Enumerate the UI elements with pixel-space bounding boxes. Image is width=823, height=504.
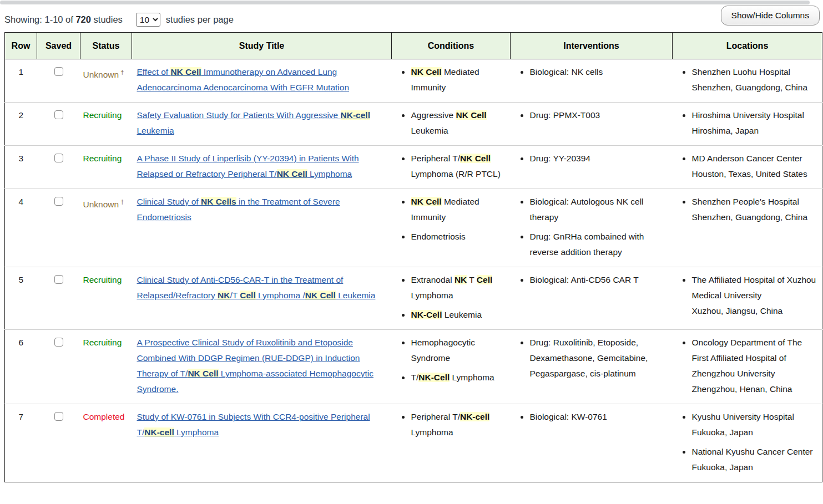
study-title-link[interactable]: Effect of NK Cell Immunotherapy on Advan… (137, 67, 350, 92)
save-study-checkbox[interactable] (54, 197, 63, 206)
location-place: Xuzhou, Jiangsu, China (692, 303, 818, 319)
intervention-item: Biological: Anti-CD56 CAR T (529, 272, 668, 288)
save-study-checkbox[interactable] (54, 154, 63, 162)
location-place: Houston, Texas, United States (692, 166, 818, 182)
studies-per-page-select[interactable]: 10 (136, 13, 160, 27)
row-number: 4 (5, 189, 37, 267)
search-term-highlight: NK Cell (170, 67, 201, 77)
conditions-cell: Aggressive NK Cell Leukemia (392, 103, 511, 146)
conditions-cell: Extranodal NK T Cell LymphomaNK-Cell Leu… (392, 267, 511, 330)
save-study-checkbox[interactable] (54, 412, 63, 421)
conditions-list: Hemophagocytic SyndromeT/NK-Cell Lymphom… (396, 335, 506, 385)
status-cell: Unknown† (80, 189, 132, 267)
study-title-link[interactable]: A Phase II Study of Linperlisib (YY-2039… (137, 154, 359, 179)
studies-table: Row Saved Status Study Title Conditions … (4, 32, 822, 482)
search-term-highlight: NK Cells (201, 197, 236, 206)
header-row: Row (5, 33, 37, 59)
study-row: 7 Completed Study of KW-0761 in Subjects… (5, 404, 822, 482)
status-label: Unknown† (83, 200, 124, 209)
locations-list: MD Anderson Cancer CenterHouston, Texas,… (677, 151, 818, 182)
study-title-cell: Study of KW-0761 in Subjects With CCR4-p… (132, 404, 392, 482)
condition-item: T/NK-Cell Lymphoma (411, 370, 506, 385)
saved-cell (37, 330, 80, 404)
study-title-cell: Safety Evaluation Study for Patients Wit… (132, 103, 392, 146)
condition-item: Peripheral T/NK-cell Lymphoma (411, 409, 506, 440)
save-study-checkbox[interactable] (54, 110, 63, 119)
interventions-list: Biological: KW-0761 (515, 409, 668, 425)
conditions-list: NK Cell Mediated Immunity (396, 64, 506, 95)
conditions-list: Peripheral T/NK-cell Lymphoma (396, 409, 506, 440)
condition-item: NK-Cell Leukemia (411, 307, 506, 323)
search-term-highlight: NK-cell (460, 412, 489, 421)
study-title-link[interactable]: A Prospective Clinical Study of Ruxoliti… (137, 338, 373, 394)
location-facility: Shenzhen Luohu Hospital (692, 64, 818, 80)
study-title-link[interactable]: Safety Evaluation Study for Patients Wit… (137, 110, 370, 135)
study-title-cell: Clinical Study of Anti-CD56-CAR-T in the… (132, 267, 392, 330)
status-cell: Recruiting (80, 103, 132, 146)
locations-cell: Kyushu University HospitalFukuoka, Japan… (673, 404, 822, 482)
header-conditions: Conditions (392, 33, 511, 59)
study-title-link[interactable]: Clinical Study of NK Cells in the Treatm… (137, 197, 340, 222)
study-row: 2 Recruiting Safety Evaluation Study for… (5, 103, 822, 146)
study-row: 4 Unknown† Clinical Study of NK Cells in… (5, 189, 822, 267)
location-place: Shenzhen, Guangdong, China (692, 210, 818, 225)
locations-list: Kyushu University HospitalFukuoka, Japan… (677, 409, 818, 475)
header-status: Status (80, 33, 132, 59)
study-title-link[interactable]: Clinical Study of Anti-CD56-CAR-T in the… (137, 275, 376, 300)
status-cell: Completed (80, 404, 132, 482)
row-number: 2 (5, 103, 37, 146)
search-term-highlight: NK Cell (188, 369, 218, 378)
location-place: Fukuoka, Japan (692, 460, 818, 475)
location-facility: The Affiliated Hospital of Xuzhou Medica… (692, 272, 818, 303)
study-title-cell: A Prospective Clinical Study of Ruxoliti… (132, 330, 392, 404)
interventions-list: Biological: Anti-CD56 CAR T (515, 272, 668, 288)
search-term-highlight: NK Cell (456, 110, 486, 120)
conditions-list: Peripheral T/NK Cell Lymphoma (R/R PTCL) (396, 151, 506, 182)
search-term-highlight: NK Cell (460, 154, 491, 163)
interventions-list: Drug: Ruxolitinib, Etoposide, Dexamethas… (515, 335, 668, 381)
interventions-list: Drug: PPMX-T003 (515, 108, 668, 123)
status-cell: Unknown† (80, 59, 132, 103)
locations-cell: Shenzhen Luohu HospitalShenzhen, Guangdo… (673, 59, 822, 103)
search-term-highlight: NK-Cell (411, 310, 442, 319)
save-study-checkbox[interactable] (54, 67, 63, 76)
save-study-checkbox[interactable] (54, 275, 63, 284)
table-header: Row Saved Status Study Title Conditions … (5, 33, 822, 59)
location-place: Zhengzhou, Henan, China (692, 381, 818, 397)
locations-cell: Hiroshima University HospitalHiroshima, … (673, 103, 822, 146)
interventions-cell: Biological: Autologous NK cell therapyDr… (511, 189, 673, 267)
header-locations: Locations (673, 33, 822, 59)
saved-cell (37, 146, 80, 189)
saved-cell (37, 404, 80, 482)
row-number: 1 (5, 59, 37, 103)
conditions-list: Extranodal NK T Cell LymphomaNK-Cell Leu… (396, 272, 506, 323)
horizontal-scrollbar[interactable] (0, 1, 810, 4)
study-title-cell: A Phase II Study of Linperlisib (YY-2039… (132, 146, 392, 189)
status-label: Recruiting (83, 110, 122, 120)
save-study-checkbox[interactable] (54, 338, 63, 347)
header-study-title: Study Title (132, 33, 392, 59)
locations-list: Hiroshima University HospitalHiroshima, … (677, 108, 818, 139)
interventions-cell: Drug: PPMX-T003 (511, 103, 673, 146)
condition-item: Endometriosis (411, 229, 506, 245)
study-title-link[interactable]: Study of KW-0761 in Subjects With CCR4-p… (137, 412, 370, 437)
show-hide-columns-button[interactable]: Show/Hide Columns (721, 6, 820, 26)
showing-range: 1-10 (44, 14, 63, 24)
studies-table-body: 1 Unknown† Effect of NK Cell Immunothera… (5, 59, 822, 482)
intervention-item: Biological: Autologous NK cell therapy (529, 194, 668, 225)
location-item: Shenzhen Luohu HospitalShenzhen, Guangdo… (691, 64, 818, 95)
status-label: Completed (83, 412, 125, 421)
location-item: MD Anderson Cancer CenterHouston, Texas,… (691, 151, 818, 182)
row-number: 6 (5, 330, 37, 404)
location-place: Hiroshima, Japan (692, 123, 818, 139)
search-term-highlight: NK Cell (411, 197, 442, 206)
location-facility: MD Anderson Cancer Center (692, 151, 818, 166)
saved-cell (37, 267, 80, 330)
study-row: 5 Recruiting Clinical Study of Anti-CD56… (5, 267, 822, 330)
conditions-cell: NK Cell Mediated Immunity (392, 59, 511, 103)
search-term-highlight: Cell (240, 291, 255, 300)
conditions-cell: NK Cell Mediated ImmunityEndometriosis (392, 189, 511, 267)
dagger-icon: † (120, 198, 124, 205)
per-page-label: studies per page (166, 14, 234, 25)
conditions-cell: Peripheral T/NK-cell Lymphoma (392, 404, 511, 482)
